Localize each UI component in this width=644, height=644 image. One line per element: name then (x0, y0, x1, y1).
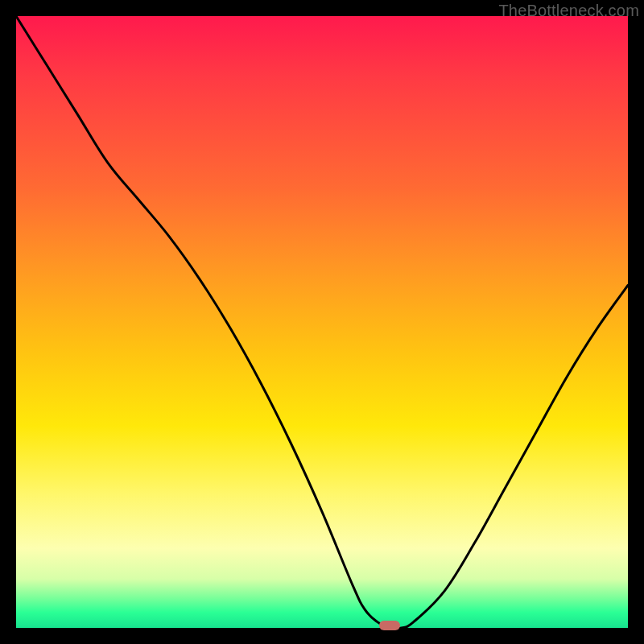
minimum-marker (379, 621, 400, 630)
plot-area (16, 16, 628, 628)
bottleneck-curve (16, 16, 628, 628)
chart-frame: TheBottleneck.com (0, 0, 644, 644)
